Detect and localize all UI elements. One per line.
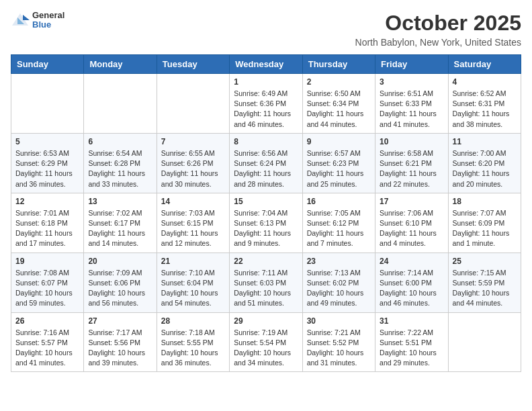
day-info: Sunrise: 7:01 AM Sunset: 6:18 PM Dayligh… — [15, 208, 79, 249]
calendar-cell: 14Sunrise: 7:03 AM Sunset: 6:15 PM Dayli… — [157, 193, 229, 253]
day-number: 18 — [453, 197, 517, 206]
day-info: Sunrise: 7:14 AM Sunset: 6:00 PM Dayligh… — [380, 268, 443, 309]
week-row-1: 1Sunrise: 6:49 AM Sunset: 6:36 PM Daylig… — [11, 74, 521, 134]
calendar-cell — [84, 74, 157, 134]
weekday-header-monday: Monday — [84, 55, 157, 74]
calendar-table: SundayMondayTuesdayWednesdayThursdayFrid… — [11, 54, 521, 372]
calendar-cell: 9Sunrise: 6:57 AM Sunset: 6:23 PM Daylig… — [302, 133, 375, 193]
calendar-cell: 4Sunrise: 6:52 AM Sunset: 6:31 PM Daylig… — [448, 74, 521, 134]
day-info: Sunrise: 7:17 AM Sunset: 5:56 PM Dayligh… — [88, 328, 152, 369]
day-info: Sunrise: 6:54 AM Sunset: 6:28 PM Dayligh… — [88, 148, 152, 189]
calendar-cell: 26Sunrise: 7:16 AM Sunset: 5:57 PM Dayli… — [11, 312, 84, 372]
day-number: 13 — [88, 197, 152, 206]
calendar-cell — [11, 74, 84, 134]
day-number: 2 — [307, 77, 371, 87]
day-info: Sunrise: 7:05 AM Sunset: 6:12 PM Dayligh… — [307, 208, 371, 249]
calendar-cell: 21Sunrise: 7:10 AM Sunset: 6:04 PM Dayli… — [157, 253, 229, 312]
weekday-header-wednesday: Wednesday — [230, 55, 302, 74]
calendar-cell: 17Sunrise: 7:06 AM Sunset: 6:10 PM Dayli… — [375, 193, 448, 253]
week-row-4: 19Sunrise: 7:08 AM Sunset: 6:07 PM Dayli… — [11, 253, 521, 312]
day-number: 6 — [88, 137, 152, 146]
weekday-row: SundayMondayTuesdayWednesdayThursdayFrid… — [11, 55, 521, 74]
calendar-cell: 13Sunrise: 7:02 AM Sunset: 6:17 PM Dayli… — [84, 193, 157, 253]
logo-text: General Blue — [32, 11, 64, 30]
day-number: 17 — [380, 197, 443, 206]
month-title: October 2025 — [355, 11, 521, 36]
day-number: 24 — [380, 257, 443, 266]
week-row-2: 5Sunrise: 6:53 AM Sunset: 6:29 PM Daylig… — [11, 133, 521, 193]
day-number: 28 — [161, 316, 225, 326]
day-info: Sunrise: 6:57 AM Sunset: 6:23 PM Dayligh… — [307, 148, 371, 189]
day-info: Sunrise: 7:22 AM Sunset: 5:51 PM Dayligh… — [380, 328, 443, 369]
weekday-header-tuesday: Tuesday — [157, 55, 229, 74]
calendar-cell: 29Sunrise: 7:19 AM Sunset: 5:54 PM Dayli… — [230, 312, 302, 372]
day-info: Sunrise: 7:13 AM Sunset: 6:02 PM Dayligh… — [307, 268, 371, 309]
calendar-cell: 11Sunrise: 7:00 AM Sunset: 6:20 PM Dayli… — [448, 133, 521, 193]
day-info: Sunrise: 7:08 AM Sunset: 6:07 PM Dayligh… — [15, 268, 79, 309]
day-number: 26 — [15, 316, 79, 326]
calendar-cell: 24Sunrise: 7:14 AM Sunset: 6:00 PM Dayli… — [375, 253, 448, 312]
day-info: Sunrise: 7:10 AM Sunset: 6:04 PM Dayligh… — [161, 268, 225, 309]
day-info: Sunrise: 7:11 AM Sunset: 6:03 PM Dayligh… — [234, 268, 298, 309]
day-info: Sunrise: 7:04 AM Sunset: 6:13 PM Dayligh… — [234, 208, 298, 249]
title-area: October 2025 North Babylon, New York, Un… — [355, 11, 521, 48]
calendar-body: 1Sunrise: 6:49 AM Sunset: 6:36 PM Daylig… — [11, 74, 521, 372]
day-number: 5 — [15, 137, 79, 146]
calendar-cell: 18Sunrise: 7:07 AM Sunset: 6:09 PM Dayli… — [448, 193, 521, 253]
weekday-header-sunday: Sunday — [11, 55, 84, 74]
logo: General Blue — [11, 11, 64, 30]
day-info: Sunrise: 6:55 AM Sunset: 6:26 PM Dayligh… — [161, 148, 225, 189]
day-number: 21 — [161, 257, 225, 266]
day-number: 12 — [15, 197, 79, 206]
week-row-3: 12Sunrise: 7:01 AM Sunset: 6:18 PM Dayli… — [11, 193, 521, 253]
day-info: Sunrise: 6:56 AM Sunset: 6:24 PM Dayligh… — [234, 148, 298, 189]
calendar-cell: 31Sunrise: 7:22 AM Sunset: 5:51 PM Dayli… — [375, 312, 448, 372]
day-info: Sunrise: 6:51 AM Sunset: 6:33 PM Dayligh… — [380, 89, 443, 130]
day-info: Sunrise: 7:15 AM Sunset: 5:59 PM Dayligh… — [453, 268, 517, 309]
calendar-cell: 22Sunrise: 7:11 AM Sunset: 6:03 PM Dayli… — [230, 253, 302, 312]
day-info: Sunrise: 7:18 AM Sunset: 5:55 PM Dayligh… — [161, 328, 225, 369]
day-number: 31 — [380, 316, 443, 326]
day-number: 29 — [234, 316, 298, 326]
calendar-cell — [448, 312, 521, 372]
week-row-5: 26Sunrise: 7:16 AM Sunset: 5:57 PM Dayli… — [11, 312, 521, 372]
calendar-cell: 15Sunrise: 7:04 AM Sunset: 6:13 PM Dayli… — [230, 193, 302, 253]
calendar-cell: 10Sunrise: 6:58 AM Sunset: 6:21 PM Dayli… — [375, 133, 448, 193]
day-info: Sunrise: 7:00 AM Sunset: 6:20 PM Dayligh… — [453, 148, 517, 189]
calendar-cell: 8Sunrise: 6:56 AM Sunset: 6:24 PM Daylig… — [230, 133, 302, 193]
logo-blue: Blue — [32, 20, 64, 30]
calendar-cell: 23Sunrise: 7:13 AM Sunset: 6:02 PM Dayli… — [302, 253, 375, 312]
calendar-cell: 2Sunrise: 6:50 AM Sunset: 6:34 PM Daylig… — [302, 74, 375, 134]
day-number: 30 — [307, 316, 371, 326]
day-number: 23 — [307, 257, 371, 266]
day-number: 7 — [161, 137, 225, 146]
day-number: 11 — [453, 137, 517, 146]
day-number: 15 — [234, 197, 298, 206]
calendar-cell: 28Sunrise: 7:18 AM Sunset: 5:55 PM Dayli… — [157, 312, 229, 372]
calendar-cell: 16Sunrise: 7:05 AM Sunset: 6:12 PM Dayli… — [302, 193, 375, 253]
day-number: 27 — [88, 316, 152, 326]
calendar-cell: 30Sunrise: 7:21 AM Sunset: 5:52 PM Dayli… — [302, 312, 375, 372]
calendar-cell: 20Sunrise: 7:09 AM Sunset: 6:06 PM Dayli… — [84, 253, 157, 312]
day-number: 10 — [380, 137, 443, 146]
day-number: 22 — [234, 257, 298, 266]
calendar-cell: 5Sunrise: 6:53 AM Sunset: 6:29 PM Daylig… — [11, 133, 84, 193]
day-info: Sunrise: 7:09 AM Sunset: 6:06 PM Dayligh… — [88, 268, 152, 309]
day-info: Sunrise: 7:21 AM Sunset: 5:52 PM Dayligh… — [307, 328, 371, 369]
day-number: 9 — [307, 137, 371, 146]
day-info: Sunrise: 7:19 AM Sunset: 5:54 PM Dayligh… — [234, 328, 298, 369]
day-number: 25 — [453, 257, 517, 266]
day-info: Sunrise: 6:50 AM Sunset: 6:34 PM Dayligh… — [307, 89, 371, 130]
weekday-header-thursday: Thursday — [302, 55, 375, 74]
day-number: 1 — [234, 77, 298, 87]
day-number: 20 — [88, 257, 152, 266]
location: North Babylon, New York, United States — [355, 37, 521, 48]
day-info: Sunrise: 6:58 AM Sunset: 6:21 PM Dayligh… — [380, 148, 443, 189]
calendar-cell: 3Sunrise: 6:51 AM Sunset: 6:33 PM Daylig… — [375, 74, 448, 134]
calendar-cell: 1Sunrise: 6:49 AM Sunset: 6:36 PM Daylig… — [230, 74, 302, 134]
day-info: Sunrise: 7:06 AM Sunset: 6:10 PM Dayligh… — [380, 208, 443, 249]
day-number: 3 — [380, 77, 443, 87]
calendar-cell: 19Sunrise: 7:08 AM Sunset: 6:07 PM Dayli… — [11, 253, 84, 312]
day-info: Sunrise: 7:03 AM Sunset: 6:15 PM Dayligh… — [161, 208, 225, 249]
day-info: Sunrise: 6:52 AM Sunset: 6:31 PM Dayligh… — [453, 89, 517, 130]
